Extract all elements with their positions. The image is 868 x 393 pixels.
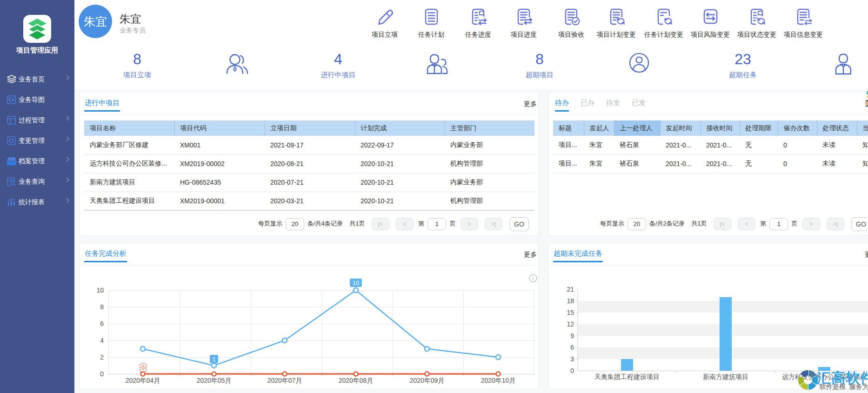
svg-text:2020年08月: 2020年08月 (339, 377, 374, 384)
svg-text:6: 6 (100, 320, 104, 327)
svg-text:8: 8 (100, 303, 104, 311)
svg-text:0: 0 (141, 365, 145, 371)
svg-text:2020年05月: 2020年05月 (197, 377, 232, 384)
svg-text:10: 10 (96, 286, 104, 294)
svg-text:6: 6 (570, 344, 574, 351)
svg-text:12: 12 (567, 320, 574, 328)
svg-text:0: 0 (100, 370, 104, 378)
svg-text:18: 18 (567, 297, 574, 305)
svg-text:2020年09月: 2020年09月 (410, 377, 445, 384)
svg-text:1: 1 (213, 356, 216, 363)
svg-text:0: 0 (570, 367, 574, 374)
svg-text:2020年04月: 2020年04月 (126, 377, 160, 384)
svg-text:10: 10 (353, 280, 359, 286)
svg-text:2: 2 (100, 353, 104, 361)
svg-text:9: 9 (570, 332, 574, 340)
svg-text:2020年10月: 2020年10月 (481, 377, 516, 384)
svg-text:4: 4 (100, 337, 104, 344)
svg-text:15: 15 (567, 309, 574, 316)
svg-text:3: 3 (570, 355, 574, 363)
svg-text:天奥集团工程建设项目: 天奥集团工程建设项目 (594, 373, 660, 380)
svg-text:新南方建筑项目: 新南方建筑项目 (703, 373, 748, 380)
svg-text:21: 21 (567, 286, 574, 293)
svg-text:2020年07月: 2020年07月 (267, 377, 302, 384)
